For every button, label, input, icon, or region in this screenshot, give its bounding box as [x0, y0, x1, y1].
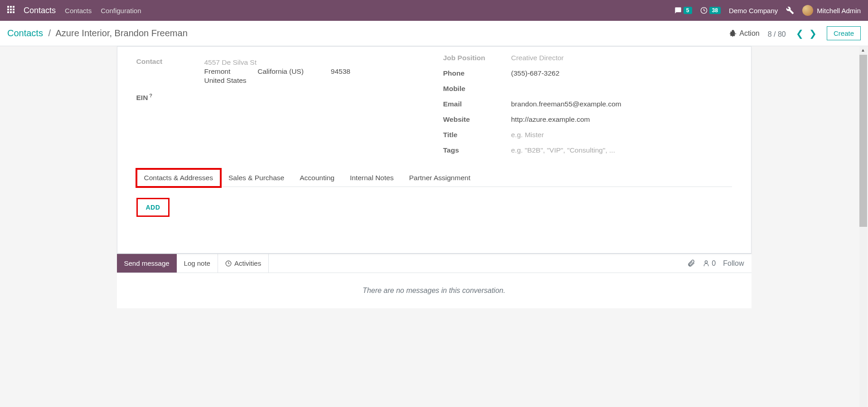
- followers-count: 0: [712, 259, 716, 268]
- tab-contacts-addresses[interactable]: Contacts & Addresses: [136, 169, 221, 187]
- app-title[interactable]: Contacts: [24, 6, 56, 15]
- tab-content: ADD: [117, 187, 751, 253]
- attachments-button[interactable]: [687, 259, 695, 268]
- messages-indicator[interactable]: 5: [674, 7, 692, 14]
- form-sheet: Contact 4557 De Silva St Fremont Califor…: [117, 46, 752, 254]
- add-button[interactable]: ADD: [141, 201, 165, 214]
- scrollbar[interactable]: ▲: [859, 47, 867, 308]
- activities-badge: 38: [709, 7, 721, 14]
- svg-rect-3: [7, 9, 9, 10]
- send-message-button[interactable]: Send message: [117, 254, 177, 273]
- tabs: Contacts & Addresses Sales & Purchase Ac…: [136, 169, 732, 187]
- messages-badge: 5: [684, 7, 692, 14]
- breadcrumb-root[interactable]: Contacts: [7, 28, 43, 38]
- apps-icon[interactable]: [7, 6, 15, 15]
- contact-label: Contact: [136, 57, 204, 86]
- svg-rect-4: [10, 9, 12, 10]
- scroll-up-icon[interactable]: ▲: [861, 48, 865, 53]
- user-menu[interactable]: Mitchell Admin: [802, 5, 861, 16]
- address-zip: 94538: [331, 67, 350, 76]
- tags-label: Tags: [443, 146, 511, 154]
- activities-label: Activities: [234, 259, 261, 267]
- company-switcher[interactable]: Demo Company: [729, 7, 778, 14]
- address-street: 4557 De Silva St: [204, 57, 425, 67]
- email-label: Email: [443, 100, 511, 108]
- title-label: Title: [443, 131, 511, 139]
- menu-configuration[interactable]: Configuration: [101, 7, 141, 14]
- ein-label: EIN?: [136, 93, 204, 102]
- email-field[interactable]: brandon.freeman55@example.com: [511, 100, 732, 108]
- tab-internal-notes[interactable]: Internal Notes: [342, 169, 402, 187]
- svg-rect-2: [13, 6, 15, 8]
- breadcrumb: Contacts / Azure Interior, Brandon Freem…: [7, 28, 188, 38]
- mobile-field[interactable]: [511, 85, 732, 93]
- pager-counter[interactable]: 8 / 80: [768, 30, 786, 38]
- avatar-icon: [802, 5, 813, 16]
- website-label: Website: [443, 115, 511, 124]
- subbar: Contacts / Azure Interior, Brandon Freem…: [0, 21, 868, 46]
- user-name: Mitchell Admin: [817, 7, 861, 14]
- no-messages-text: There are no messages in this conversati…: [117, 273, 752, 308]
- svg-rect-6: [7, 11, 9, 13]
- svg-point-11: [705, 261, 708, 263]
- activities-button[interactable]: Activities: [218, 254, 269, 273]
- activities-indicator[interactable]: 38: [700, 7, 721, 14]
- breadcrumb-separator: /: [48, 28, 51, 38]
- menu-contacts[interactable]: Contacts: [65, 7, 92, 14]
- website-field[interactable]: http://azure.example.com: [511, 115, 732, 124]
- debug-icon[interactable]: [786, 6, 794, 14]
- pager: 8 / 80 ❮ ❯: [768, 28, 819, 39]
- chatter: Send message Log note Activities 0 Follo…: [117, 254, 752, 308]
- job-position-field[interactable]: Creative Director: [511, 54, 732, 62]
- phone-field[interactable]: (355)-687-3262: [511, 69, 732, 77]
- address-country: United States: [204, 76, 425, 86]
- tab-partner-assignment[interactable]: Partner Assignment: [401, 169, 478, 187]
- ein-help-icon[interactable]: ?: [149, 93, 152, 98]
- address-block[interactable]: 4557 De Silva St Fremont California (US)…: [204, 57, 425, 86]
- log-note-button[interactable]: Log note: [177, 254, 218, 273]
- create-button[interactable]: Create: [827, 26, 861, 40]
- action-label: Action: [739, 29, 759, 38]
- svg-rect-0: [7, 6, 9, 8]
- scroll-thumb[interactable]: [859, 55, 867, 227]
- ein-field[interactable]: [204, 93, 425, 102]
- svg-rect-7: [10, 11, 12, 13]
- action-dropdown[interactable]: Action: [729, 29, 759, 38]
- tab-accounting[interactable]: Accounting: [292, 169, 342, 187]
- svg-rect-8: [13, 11, 15, 13]
- followers-button[interactable]: 0: [703, 259, 716, 268]
- svg-rect-1: [10, 6, 12, 8]
- address-city: Fremont: [204, 67, 231, 76]
- tab-sales-purchase[interactable]: Sales & Purchase: [221, 169, 292, 187]
- address-state: California (US): [257, 67, 304, 76]
- mobile-label: Mobile: [443, 85, 511, 93]
- topbar: Contacts Contacts Configuration 5 38 Dem…: [0, 0, 868, 21]
- tags-field[interactable]: e.g. "B2B", "VIP", "Consulting", ...: [511, 146, 732, 154]
- breadcrumb-current: Azure Interior, Brandon Freeman: [56, 28, 188, 38]
- follow-button[interactable]: Follow: [723, 259, 744, 268]
- svg-rect-5: [13, 9, 15, 10]
- job-position-label: Job Position: [443, 54, 511, 62]
- pager-next-icon[interactable]: ❯: [807, 29, 819, 38]
- phone-label: Phone: [443, 69, 511, 77]
- add-highlight: ADD: [136, 198, 170, 217]
- pager-prev-icon[interactable]: ❮: [794, 29, 805, 38]
- title-field[interactable]: e.g. Mister: [511, 131, 732, 139]
